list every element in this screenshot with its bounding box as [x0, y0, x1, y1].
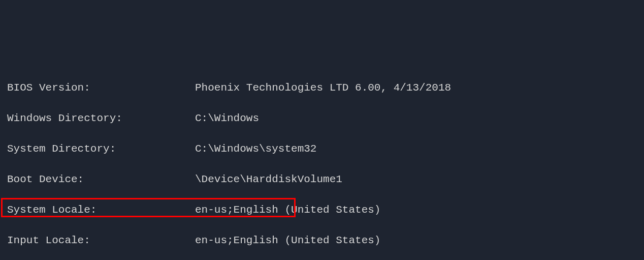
info-label: Windows Directory:	[7, 111, 195, 126]
info-value: \Device\HarddiskVolume1	[195, 172, 637, 187]
info-label: Input Locale:	[7, 233, 195, 248]
info-row: Windows Directory:C:\Windows	[7, 111, 637, 126]
info-row: Input Locale:en-us;English (United State…	[7, 233, 637, 248]
info-label: System Locale:	[7, 203, 195, 218]
info-row: Boot Device:\Device\HarddiskVolume1	[7, 172, 637, 187]
info-row: BIOS Version:Phoenix Technologies LTD 6.…	[7, 80, 637, 96]
info-label: System Directory:	[7, 141, 195, 157]
info-value: en-us;English (United States)	[195, 233, 637, 248]
terminal-output: BIOS Version:Phoenix Technologies LTD 6.…	[7, 65, 637, 260]
info-value: C:\Windows\system32	[195, 141, 637, 157]
info-value: C:\Windows	[195, 111, 637, 126]
info-row: System Directory:C:\Windows\system32	[7, 141, 637, 157]
info-label: Boot Device:	[7, 172, 195, 187]
info-row: System Locale:en-us;English (United Stat…	[7, 203, 637, 218]
info-value: en-us;English (United States)	[195, 203, 637, 218]
info-value: Phoenix Technologies LTD 6.00, 4/13/2018	[195, 80, 637, 96]
info-label: BIOS Version:	[7, 80, 195, 96]
